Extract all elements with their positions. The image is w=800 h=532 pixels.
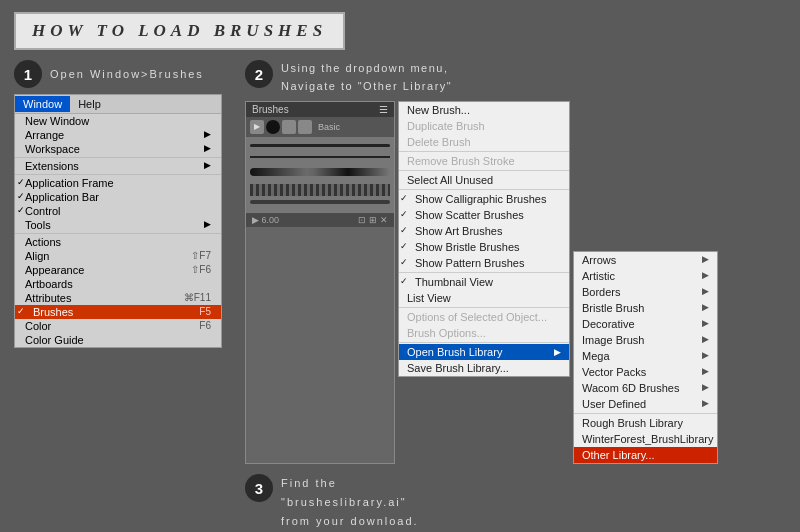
sub-arrows[interactable]: Arrows▶ bbox=[574, 252, 717, 268]
menu-item-app-bar[interactable]: ✓ Application Bar bbox=[15, 190, 221, 204]
workspace-arrow: ▶ bbox=[204, 143, 211, 155]
step2-number: 2 bbox=[245, 60, 273, 88]
footer-icon1[interactable]: ⊡ bbox=[358, 215, 366, 225]
tools-arrow: ▶ bbox=[204, 219, 211, 231]
footer-icon2[interactable]: ⊞ bbox=[369, 215, 377, 225]
context-menu: New Brush... Duplicate Brush Delete Brus… bbox=[398, 101, 570, 377]
sub-winterforest[interactable]: WinterForest_BrushLibrary bbox=[574, 431, 717, 447]
menu-item-app-frame[interactable]: ✓ Application Frame bbox=[15, 176, 221, 190]
menu-item-artboards[interactable]: Artboards bbox=[15, 277, 221, 291]
sub-rough-brush[interactable]: Rough Brush Library bbox=[574, 415, 717, 431]
ctx-calligraphic[interactable]: ✓Show Calligraphic Brushes bbox=[399, 191, 569, 207]
ctx-remove-stroke: Remove Brush Stroke bbox=[399, 153, 569, 169]
menu-item-align[interactable]: Align ⇧F7 bbox=[15, 249, 221, 263]
menu-bar-window[interactable]: Window bbox=[15, 96, 70, 112]
sub-other-library[interactable]: Other Library... bbox=[574, 447, 717, 463]
menu-item-appearance[interactable]: Appearance ⇧F6 bbox=[15, 263, 221, 277]
step1-area: 1 Open Window>Brushes Window Help New Wi… bbox=[14, 60, 229, 532]
ctx-bristle[interactable]: ✓Show Bristle Brushes bbox=[399, 239, 569, 255]
step1-label: Open Window>Brushes bbox=[50, 68, 204, 80]
ctx-save-library[interactable]: Save Brush Library... bbox=[399, 360, 569, 376]
brushes-titlebar: Brushes ☰ bbox=[246, 102, 394, 117]
ctx-scatter[interactable]: ✓Show Scatter Brushes bbox=[399, 207, 569, 223]
sub-user-defined[interactable]: User Defined▶ bbox=[574, 396, 717, 412]
menu-item-color[interactable]: Color F6 bbox=[15, 319, 221, 333]
sub-image[interactable]: Image Brush▶ bbox=[574, 332, 717, 348]
brushes-footer: ▶ 6.00 ⊡ ⊞ ✕ bbox=[246, 213, 394, 227]
menu-bar: Window Help bbox=[15, 95, 221, 114]
step3-number: 3 bbox=[245, 474, 273, 502]
library-submenu: Arrows▶ Artistic▶ Borders▶ Bristle Brush… bbox=[573, 251, 718, 464]
step1-header: 1 Open Window>Brushes bbox=[14, 60, 229, 88]
brush-play-btn[interactable]: ▶ bbox=[250, 120, 264, 134]
brush-sq-btn[interactable] bbox=[298, 120, 312, 134]
sub-bristle[interactable]: Bristle Brush▶ bbox=[574, 300, 717, 316]
brushes-panel: Brushes ☰ ▶ Basic bbox=[245, 101, 395, 464]
menu-item-workspace[interactable]: Workspace ▶ bbox=[15, 142, 221, 156]
brushes-toolbar: ▶ Basic bbox=[246, 117, 394, 138]
arrange-arrow: ▶ bbox=[204, 129, 211, 141]
ctx-duplicate-brush: Duplicate Brush bbox=[399, 118, 569, 134]
appearance-shortcut: ⇧F6 bbox=[191, 264, 211, 276]
brushes-content bbox=[246, 138, 394, 213]
menu-item-tools[interactable]: Tools ▶ bbox=[15, 218, 221, 232]
menu-item-attributes[interactable]: Attributes ⌘F11 bbox=[15, 291, 221, 305]
menu-item-actions[interactable]: Actions bbox=[15, 235, 221, 249]
menu-item-extensions[interactable]: Extensions ▶ bbox=[15, 159, 221, 173]
ctx-art[interactable]: ✓Show Art Brushes bbox=[399, 223, 569, 239]
step3-text: Find the "brusheslibrary.ai" from your d… bbox=[281, 474, 419, 530]
page-title: HOW TO LOAD BRUSHES bbox=[32, 21, 327, 41]
open-library-arrow: ▶ bbox=[554, 347, 561, 357]
step3-row: 3 Find the "brusheslibrary.ai" from your… bbox=[245, 474, 786, 530]
ctx-brush-options: Brush Options... bbox=[399, 325, 569, 341]
attributes-shortcut: ⌘F11 bbox=[184, 292, 211, 304]
menu-item-arrange[interactable]: Arrange ▶ bbox=[15, 128, 221, 142]
ctx-delete-brush: Delete Brush bbox=[399, 134, 569, 150]
footer-icon3[interactable]: ✕ bbox=[380, 215, 388, 225]
ctx-new-brush[interactable]: New Brush... bbox=[399, 102, 569, 118]
ctx-select-unused[interactable]: Select All Unused bbox=[399, 172, 569, 188]
step2-header: 2 Using the dropdown menu, Navigate to "… bbox=[245, 60, 786, 95]
sub-vector-packs[interactable]: Vector Packs▶ bbox=[574, 364, 717, 380]
extensions-arrow: ▶ bbox=[204, 160, 211, 172]
ctx-options-selected: Options of Selected Object... bbox=[399, 309, 569, 325]
sub-borders[interactable]: Borders▶ bbox=[574, 284, 717, 300]
step2-text: Using the dropdown menu, Navigate to "Ot… bbox=[281, 60, 452, 95]
align-shortcut: ⇧F7 bbox=[191, 250, 211, 262]
ctx-open-library[interactable]: Open Brush Library ▶ bbox=[399, 344, 569, 360]
menu-item-brushes[interactable]: ✓ Brushes F5 bbox=[15, 305, 221, 319]
sub-decorative[interactable]: Decorative▶ bbox=[574, 316, 717, 332]
ctx-list[interactable]: List View bbox=[399, 290, 569, 306]
brushes-shortcut: F5 bbox=[199, 306, 211, 318]
menu-item-control[interactable]: ✓ Control bbox=[15, 204, 221, 218]
color-shortcut: F6 bbox=[199, 320, 211, 332]
ctx-thumbnail[interactable]: ✓Thumbnail View bbox=[399, 274, 569, 290]
brush-rect-btn[interactable] bbox=[282, 120, 296, 134]
menu-item-color-guide[interactable]: Color Guide bbox=[15, 333, 221, 347]
menu-bar-help[interactable]: Help bbox=[70, 96, 109, 112]
menu-item-new-window[interactable]: New Window bbox=[15, 114, 221, 128]
brushes-label: Basic bbox=[318, 122, 340, 132]
ctx-pattern[interactable]: ✓Show Pattern Brushes bbox=[399, 255, 569, 271]
window-menu: Window Help New Window Arrange ▶ Workspa… bbox=[14, 94, 222, 348]
step1-number: 1 bbox=[14, 60, 42, 88]
brush-circle-btn[interactable] bbox=[266, 120, 280, 134]
step2-area: 2 Using the dropdown menu, Navigate to "… bbox=[245, 60, 786, 532]
sub-artistic[interactable]: Artistic▶ bbox=[574, 268, 717, 284]
title-banner: HOW TO LOAD BRUSHES bbox=[14, 12, 345, 50]
sub-mega[interactable]: Mega▶ bbox=[574, 348, 717, 364]
sub-wacom[interactable]: Wacom 6D Brushes▶ bbox=[574, 380, 717, 396]
